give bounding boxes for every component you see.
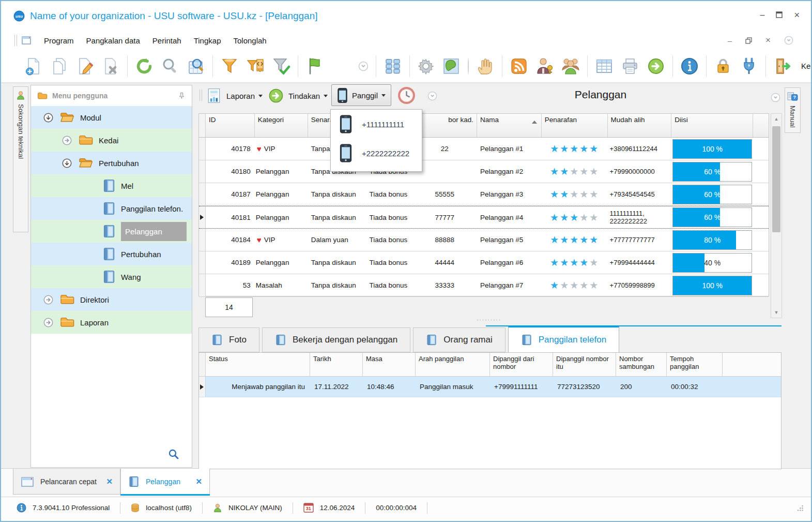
close-window-button[interactable]: × — [794, 12, 800, 18]
edit-document-icon[interactable] — [75, 57, 94, 76]
copy-document-icon[interactable] — [50, 57, 68, 76]
table-row[interactable]: 40189PelangganTanpa diskaunTiada bonus44… — [199, 251, 769, 274]
search-icon[interactable] — [161, 57, 179, 76]
plug-icon[interactable] — [740, 57, 758, 76]
settings-gear-icon[interactable] — [417, 57, 435, 75]
table-row[interactable]: 40181PelangganTanpa diskaunTiada bonus77… — [199, 206, 769, 229]
user-key-icon[interactable] — [535, 57, 554, 76]
overflow-chevron-icon[interactable] — [771, 93, 780, 102]
flag-icon[interactable] — [305, 57, 324, 76]
tab-pelancaran-cepat[interactable]: Pelancaran cepat ✕ — [13, 469, 120, 495]
column-header-Mudah alih[interactable]: Mudah alih — [608, 114, 672, 137]
close-tab-icon[interactable]: ✕ — [195, 477, 202, 486]
sidebar-item-direktori[interactable]: Direktori — [31, 288, 192, 311]
call-menu-item[interactable]: +1111111111 — [331, 110, 422, 139]
filter-icon[interactable] — [220, 57, 239, 76]
calls-column-header-Dipanggil nombor itu[interactable]: Dipanggil nombor itu — [553, 353, 616, 376]
minimize-document-button[interactable]: – — [728, 36, 732, 45]
column-header-Diisi[interactable]: Diisi — [671, 114, 753, 137]
overflow-chevron-icon[interactable] — [427, 91, 437, 101]
lock-icon[interactable] — [714, 57, 732, 76]
go-next-icon[interactable] — [647, 57, 665, 76]
table-row[interactable]: 40178♥VIPTanpa diskaunTiada bonus22Pelan… — [199, 138, 769, 160]
scrollbar-thumb[interactable] — [772, 126, 780, 232]
expander-right-icon[interactable] — [43, 295, 53, 305]
filter-check-icon[interactable] — [272, 57, 290, 76]
menu-item-tolonglah[interactable]: Tolonglah — [233, 36, 266, 45]
user-group-icon[interactable] — [561, 57, 580, 76]
minimize-window-button[interactable]: – — [760, 12, 765, 18]
calls-column-header-Arah panggilan[interactable]: Arah panggilan — [416, 353, 490, 376]
call-menu-item[interactable]: +2222222222 — [331, 139, 422, 168]
clock-icon[interactable] — [397, 86, 416, 105]
maximize-window-button[interactable] — [776, 11, 783, 18]
close-document-button[interactable]: × — [765, 35, 771, 46]
detail-tab-panggilan-telefon[interactable]: Panggilan telefon — [508, 326, 619, 352]
column-header-ID[interactable]: ID — [206, 114, 255, 137]
calls-table-row[interactable]: Menjawab panggilan itu17.11.202210:48:46… — [199, 377, 781, 397]
panggil-button[interactable]: Panggil — [331, 84, 391, 106]
table-row[interactable]: 53MasalahTanpa diskaunTiada bonus33333Pe… — [199, 274, 769, 297]
table-row[interactable]: 40184♥VIPDalam yuanTiada bonus88888Pelan… — [199, 229, 769, 251]
restore-document-button[interactable] — [745, 37, 752, 44]
calls-column-header-Tarikh[interactable]: Tarikh — [310, 353, 363, 376]
calls-column-header-blank[interactable] — [199, 353, 206, 376]
calls-column-header-Dipanggil dari nombor[interactable]: Dipanggil dari nombor — [490, 353, 553, 376]
detail-tab-foto[interactable]: Foto — [198, 327, 259, 352]
sidebar-item-pertubuhan[interactable]: Pertubuhan — [31, 152, 192, 174]
exit-door-icon[interactable] — [773, 57, 792, 76]
calls-column-header-Nombor sambungan[interactable]: Nombor sambungan — [616, 353, 667, 376]
sidebar-item-wang[interactable]: Wang — [31, 265, 192, 288]
tab-pelanggan[interactable]: Pelanggan ✕ — [120, 469, 210, 495]
scroll-down-button[interactable]: ▼ — [771, 307, 782, 318]
column-header-Nama[interactable]: Nama — [477, 114, 542, 137]
sidebar-item-pelanggan[interactable]: Pelanggan — [31, 220, 192, 243]
support-side-tab[interactable]: Sokongan teknikal — [13, 86, 28, 232]
expander-right-icon[interactable] — [62, 136, 72, 145]
overflow-chevron-icon[interactable] — [784, 36, 793, 45]
menu-item-perintah[interactable]: Perintah — [152, 36, 181, 45]
color-wheel-icon[interactable] — [468, 58, 469, 74]
detail-tab-bekerja-dengan-pelanggan[interactable]: Bekerja dengan pelanggan — [262, 327, 410, 352]
table-row[interactable]: 40180PelangganTanpa diskaunTiada bonusPe… — [199, 160, 769, 183]
menu-item-pangkalan-data[interactable]: Pangkalan data — [86, 36, 140, 45]
resize-grip-icon[interactable] — [796, 504, 804, 512]
calls-column-header-Tempoh panggilan[interactable]: Tempoh panggilan — [667, 353, 723, 376]
layout-grid-icon[interactable] — [384, 57, 402, 76]
printer-icon[interactable] — [621, 57, 639, 76]
table-icon[interactable] — [595, 57, 614, 76]
menu-item-tingkap[interactable]: Tingkap — [194, 36, 221, 45]
refresh-icon[interactable] — [135, 57, 154, 76]
sidebar-item-kedai[interactable]: Kedai — [31, 129, 192, 152]
calls-column-header-Masa[interactable]: Masa — [363, 353, 416, 376]
laporan-button[interactable]: Laporan — [206, 85, 263, 107]
splitter-handle[interactable]: ········· — [477, 317, 501, 323]
calls-column-header-blank[interactable] — [723, 353, 781, 376]
column-header-blank[interactable] — [753, 114, 769, 137]
vertical-scrollbar[interactable]: ▲ ▼ — [771, 113, 782, 318]
overflow-chevron-icon[interactable] — [358, 61, 369, 71]
menu-item-program[interactable]: Program — [44, 36, 74, 45]
new-document-icon[interactable] — [24, 57, 42, 76]
column-header-blank[interactable] — [199, 114, 206, 137]
scroll-up-button[interactable]: ▲ — [771, 114, 782, 124]
expander-right-icon[interactable] — [43, 318, 53, 327]
filter-settings-icon[interactable] — [246, 57, 265, 76]
info-icon[interactable] — [680, 57, 699, 76]
search-table-icon[interactable] — [187, 57, 205, 76]
tindakan-button[interactable]: Tindakan — [268, 85, 328, 107]
sidebar-item-panggilan-telefon-[interactable]: Panggilan telefon. — [31, 197, 192, 220]
sidebar-search-icon[interactable] — [168, 449, 179, 460]
column-header-Penarafan[interactable]: Penarafan — [542, 114, 608, 137]
detail-tab-orang-ramai[interactable]: Orang ramai — [413, 327, 505, 352]
pin-icon[interactable] — [178, 92, 186, 100]
table-row[interactable]: 40187PelangganTanpa diskaunTiada bonus55… — [199, 183, 769, 206]
sidebar-item-laporan[interactable]: Laporan — [31, 311, 192, 334]
rss-feed-icon[interactable] — [510, 57, 528, 76]
calls-column-header-Status[interactable]: Status — [206, 353, 310, 376]
expander-down-icon[interactable] — [43, 113, 53, 123]
hand-icon[interactable] — [476, 57, 495, 76]
map-icon[interactable] — [442, 57, 461, 76]
delete-document-icon[interactable] — [101, 57, 120, 76]
sidebar-item-pertubuhan[interactable]: Pertubuhan — [31, 243, 192, 265]
